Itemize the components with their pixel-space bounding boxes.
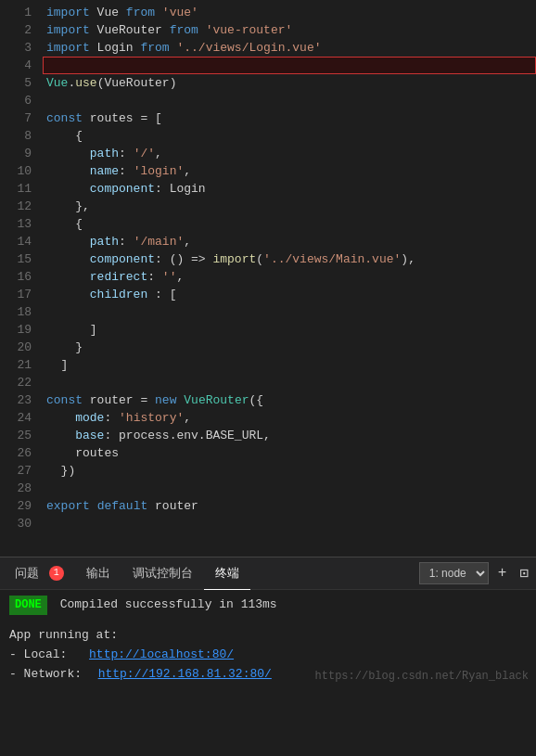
line-number: 12 <box>0 198 43 215</box>
line-content <box>43 374 536 391</box>
code-line-19: 19 ] <box>0 321 536 339</box>
line-number: 25 <box>0 427 43 444</box>
line-number: 30 <box>0 515 43 532</box>
terminal-selector[interactable]: 1: node <box>419 562 489 584</box>
code-line-2: 2import VueRouter from 'vue-router' <box>0 21 536 39</box>
line-content <box>43 303 536 321</box>
line-number: 17 <box>0 286 43 303</box>
app-running-label: App running at: <box>9 626 527 646</box>
line-number: 19 <box>0 321 43 339</box>
line-content: export default router <box>43 497 536 515</box>
tab-debug-label: 调试控制台 <box>133 567 193 581</box>
panel-right-controls: 1: node + ⊡ <box>419 562 532 584</box>
line-content: routes <box>43 444 536 462</box>
code-editor: 1import Vue from 'vue'2import VueRouter … <box>0 0 536 557</box>
tab-debug-console[interactable]: 调试控制台 <box>121 557 204 590</box>
line-number: 10 <box>0 162 43 180</box>
line-number: 3 <box>0 39 43 57</box>
code-line-18: 18 <box>0 303 536 321</box>
line-content: { <box>43 215 536 233</box>
line-content: ] <box>43 321 536 339</box>
code-line-14: 14 path: '/main', <box>0 233 536 250</box>
tab-output-label: 输出 <box>86 567 110 581</box>
local-label: - Local: <box>9 647 67 661</box>
line-content: const router = new VueRouter({ <box>43 391 536 409</box>
line-number: 15 <box>0 250 43 268</box>
done-badge: DONE <box>9 596 47 615</box>
local-url[interactable]: http://localhost:80/ <box>89 647 234 661</box>
line-content: base: process.env.BASE_URL, <box>43 427 536 444</box>
line-number: 5 <box>0 74 43 92</box>
line-number: 4 <box>0 57 43 74</box>
line-number: 28 <box>0 480 43 497</box>
compile-status-line: DONE Compiled successfully in 113ms <box>9 596 527 615</box>
problems-badge: 1 <box>49 566 64 581</box>
split-terminal-button[interactable]: ⊡ <box>516 564 532 583</box>
code-line-10: 10 name: 'login', <box>0 162 536 180</box>
line-content: Vue.use(VueRouter) <box>43 74 536 92</box>
tab-problems-label: 问题 <box>15 567 39 581</box>
line-number: 14 <box>0 233 43 250</box>
line-number: 2 <box>0 21 43 39</box>
code-line-7: 7const routes = [ <box>0 109 536 127</box>
line-number: 24 <box>0 409 43 427</box>
code-line-28: 28 <box>0 480 536 497</box>
code-line-9: 9 path: '/', <box>0 145 536 162</box>
code-line-20: 20 } <box>0 339 536 356</box>
code-line-1: 1import Vue from 'vue' <box>0 4 536 21</box>
code-line-3: 3import Login from '../views/Login.vue' <box>0 39 536 57</box>
code-line-30: 30 <box>0 515 536 532</box>
line-number: 8 <box>0 127 43 145</box>
code-line-24: 24 mode: 'history', <box>0 409 536 427</box>
code-line-13: 13 { <box>0 215 536 233</box>
line-content: children : [ <box>43 286 536 303</box>
network-label: - Network: <box>9 667 82 681</box>
code-line-25: 25 base: process.env.BASE_URL, <box>0 427 536 444</box>
tab-terminal[interactable]: 终端 <box>204 557 250 590</box>
line-content: }) <box>43 462 536 480</box>
tab-terminal-label: 终端 <box>215 567 239 581</box>
line-content <box>43 480 536 497</box>
line-content: component: Login <box>43 180 536 198</box>
code-line-29: 29export default router <box>0 497 536 515</box>
line-content: redirect: '', <box>43 268 536 286</box>
code-line-4: 4 <box>0 57 536 74</box>
code-line-15: 15 component: () => import('../views/Mai… <box>0 250 536 268</box>
code-line-17: 17 children : [ <box>0 286 536 303</box>
line-content: import VueRouter from 'vue-router' <box>43 21 536 39</box>
line-number: 20 <box>0 339 43 356</box>
code-line-5: 5Vue.use(VueRouter) <box>0 74 536 92</box>
line-content <box>43 57 536 74</box>
code-line-16: 16 redirect: '', <box>0 268 536 286</box>
code-line-23: 23const router = new VueRouter({ <box>0 391 536 409</box>
line-number: 11 <box>0 180 43 198</box>
line-number: 23 <box>0 391 43 409</box>
line-number: 26 <box>0 444 43 462</box>
code-line-8: 8 { <box>0 127 536 145</box>
add-terminal-button[interactable]: + <box>494 565 511 582</box>
line-content <box>43 515 536 532</box>
code-line-22: 22 <box>0 374 536 391</box>
line-number: 29 <box>0 497 43 515</box>
code-line-21: 21 ] <box>0 356 536 374</box>
local-line: - Local: http://localhost:80/ <box>9 646 527 665</box>
line-number: 9 <box>0 145 43 162</box>
line-content: path: '/main', <box>43 233 536 250</box>
line-number: 22 <box>0 374 43 391</box>
tab-output[interactable]: 输出 <box>75 557 121 590</box>
code-line-26: 26 routes <box>0 444 536 462</box>
network-url[interactable]: http://192.168.81.32:80/ <box>98 667 272 681</box>
line-content: } <box>43 339 536 356</box>
line-content <box>43 92 536 109</box>
code-line-27: 27 }) <box>0 462 536 480</box>
line-content: }, <box>43 198 536 215</box>
bottom-panel: 问题 1 输出 调试控制台 终端 1: node + ⊡ DONE Compil… <box>0 557 536 756</box>
tab-problems[interactable]: 问题 1 <box>4 557 75 590</box>
line-content: path: '/', <box>43 145 536 162</box>
line-number: 16 <box>0 268 43 286</box>
line-content: ] <box>43 356 536 374</box>
line-number: 21 <box>0 356 43 374</box>
line-content: import Login from '../views/Login.vue' <box>43 39 536 57</box>
line-number: 1 <box>0 4 43 21</box>
line-number: 6 <box>0 92 43 109</box>
